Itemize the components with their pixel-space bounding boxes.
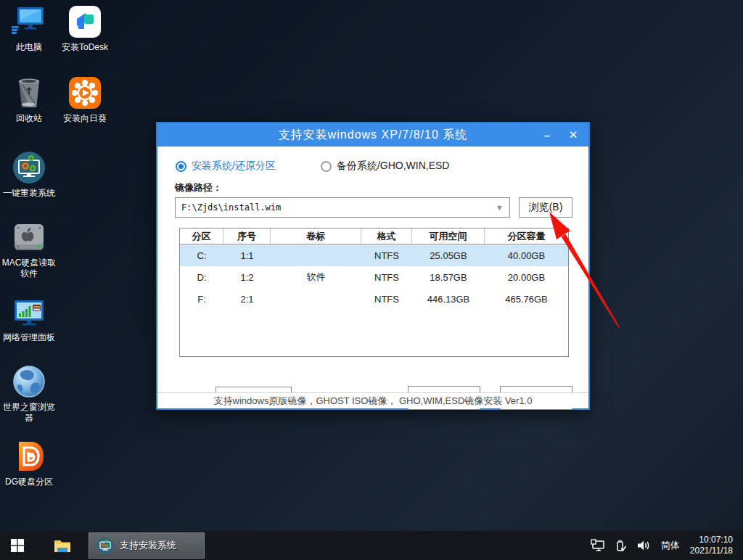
radio-backup-label: 备份系统/GHO,WIN,ESD bbox=[337, 160, 450, 173]
cell: 465.76GB bbox=[485, 294, 568, 305]
col-header: 格式 bbox=[361, 228, 412, 244]
radio-install-system[interactable]: 安装系统/还原分区 bbox=[176, 160, 276, 173]
cell: NTFS bbox=[361, 250, 412, 261]
desktop-icon-recycle-bin[interactable]: 回收站 bbox=[0, 75, 58, 124]
col-header: 序号 bbox=[223, 228, 271, 244]
minimize-button[interactable]: – bbox=[535, 123, 559, 147]
desktop-icon-label: 回收站 bbox=[0, 113, 58, 124]
world-window-browser-icon bbox=[12, 364, 46, 399]
cell: 1:2 bbox=[223, 272, 271, 283]
cell: 18.57GB bbox=[412, 272, 485, 283]
desktop-icon-one-key-reinstall[interactable]: 一键重装系统 bbox=[0, 150, 58, 199]
cell: 20.00GB bbox=[485, 272, 568, 283]
volume-icon[interactable] bbox=[636, 539, 651, 552]
radio-unselected-icon bbox=[321, 161, 332, 172]
partition-table: 分区 序号 卷标 格式 可用空间 分区容量 C: 1:1 NTFS 25.05G… bbox=[179, 228, 569, 357]
cell: C: bbox=[180, 250, 223, 261]
recycle-bin-icon bbox=[12, 75, 46, 110]
cell: 软件 bbox=[271, 271, 361, 284]
cell: NTFS bbox=[361, 294, 412, 305]
dg-partition-icon bbox=[12, 439, 46, 474]
col-header: 可用空间 bbox=[412, 228, 485, 244]
cell: 2:1 bbox=[223, 294, 271, 305]
desktop-icon-this-pc[interactable]: 此电脑 bbox=[0, 4, 58, 53]
clock-time: 10:07:10 bbox=[690, 535, 733, 545]
col-header: 分区 bbox=[180, 228, 223, 244]
installer-app-icon bbox=[97, 537, 114, 554]
cell: D: bbox=[180, 272, 223, 283]
cell: 40.00GB bbox=[485, 250, 568, 261]
network-icon[interactable] bbox=[591, 539, 605, 552]
sunflower-icon bbox=[67, 75, 102, 110]
dialog-title: 支持安装windows XP/7/8/10 系统 bbox=[157, 128, 588, 143]
table-row-f[interactable]: F: 2:1 NTFS 446.13GB 465.76GB bbox=[180, 288, 568, 310]
dialog-status-text: 支持windows原版镜像，GHOST ISO镜像， GHO,WIM,ESD镜像… bbox=[157, 392, 588, 408]
radio-selected-icon bbox=[176, 161, 186, 172]
desktop-icon-install-todesk[interactable]: 安装ToDesk bbox=[56, 4, 114, 53]
col-header: 分区容量 bbox=[485, 228, 568, 244]
folder-icon bbox=[54, 538, 71, 553]
windows-logo-icon bbox=[11, 539, 24, 552]
desktop-icon-mac-disk-reader[interactable]: MAC硬盘读取软件 bbox=[0, 220, 58, 279]
start-button[interactable] bbox=[0, 531, 35, 560]
one-key-reinstall-icon bbox=[12, 150, 46, 185]
cell: F: bbox=[180, 294, 223, 305]
table-row-c[interactable]: C: 1:1 NTFS 25.05GB 40.00GB bbox=[180, 244, 568, 266]
desktop-icon-install-sunflower[interactable]: 安装向日葵 bbox=[56, 75, 114, 124]
table-row-d[interactable]: D: 1:2 软件 NTFS 18.57GB 20.00GB bbox=[180, 266, 568, 288]
image-path-label: 镜像路径： bbox=[175, 181, 222, 194]
partition-table-header: 分区 序号 卷标 格式 可用空间 分区容量 bbox=[180, 228, 568, 244]
desktop-icon-label: MAC硬盘读取软件 bbox=[0, 258, 58, 279]
dialog-titlebar[interactable]: 支持安装windows XP/7/8/10 系统 – ✕ bbox=[157, 123, 588, 147]
desktop-icon-label: 世界之窗浏览器 bbox=[0, 402, 58, 424]
radio-backup-system[interactable]: 备份系统/GHO,WIN,ESD bbox=[321, 160, 450, 173]
cell: NTFS bbox=[361, 272, 412, 283]
image-path-combobox[interactable]: F:\Zjds\install.wim ▼ bbox=[175, 197, 510, 218]
desktop-icon-label: 安装向日葵 bbox=[56, 113, 114, 124]
desktop-icon-network-panel[interactable]: 网络管理面板 bbox=[0, 295, 58, 343]
desktop-icon-label: 此电脑 bbox=[0, 42, 58, 53]
taskbar: 支持安装系统 简体 bbox=[0, 531, 743, 560]
cell: 446.13GB bbox=[412, 294, 485, 305]
file-explorer-button[interactable] bbox=[45, 531, 80, 560]
radio-install-label: 安装系统/还原分区 bbox=[192, 160, 276, 173]
close-icon[interactable]: ✕ bbox=[561, 123, 586, 147]
taskbar-item-label: 支持安装系统 bbox=[120, 539, 176, 552]
desktop-icon-dg-disk-partition[interactable]: DG硬盘分区 bbox=[0, 439, 58, 487]
clock-date: 2021/11/18 bbox=[690, 545, 733, 556]
desktop-icon-label: 网络管理面板 bbox=[0, 332, 58, 343]
usb-icon[interactable] bbox=[615, 539, 626, 553]
col-header: 卷标 bbox=[271, 228, 361, 244]
mac-disk-icon bbox=[12, 220, 46, 255]
language-indicator[interactable]: 简体 bbox=[661, 539, 680, 552]
network-panel-icon bbox=[12, 295, 46, 329]
this-pc-icon bbox=[12, 4, 46, 39]
desktop-icon-label: 一键重装系统 bbox=[0, 188, 58, 199]
desktop-icon-world-window-browser[interactable]: 世界之窗浏览器 bbox=[0, 364, 58, 424]
chevron-down-icon[interactable]: ▼ bbox=[496, 203, 504, 212]
taskbar-item-installer[interactable]: 支持安装系统 bbox=[89, 532, 205, 559]
todesk-icon bbox=[67, 4, 102, 39]
installer-dialog: 支持安装windows XP/7/8/10 系统 – ✕ 安装系统/还原分区 备… bbox=[156, 122, 590, 410]
desktop-icon-label: DG硬盘分区 bbox=[0, 477, 58, 487]
browse-button[interactable]: 浏览(B) bbox=[519, 197, 572, 218]
clock[interactable]: 10:07:10 2021/11/18 bbox=[690, 535, 736, 556]
desktop-icon-label: 安装ToDesk bbox=[56, 42, 114, 53]
cell: 1:1 bbox=[223, 250, 271, 261]
cell: 25.05GB bbox=[412, 250, 485, 261]
image-path-value: F:\Zjds\install.wim bbox=[181, 202, 496, 213]
